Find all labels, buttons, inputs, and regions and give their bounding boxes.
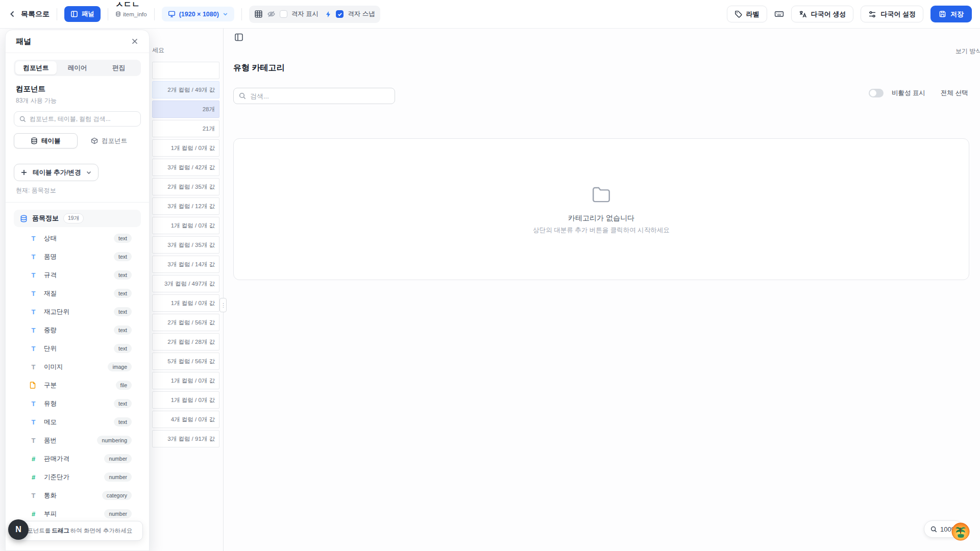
text-field-icon: T	[30, 327, 37, 334]
i18n-settings-button[interactable]: 다국어 설정	[861, 6, 923, 22]
grid-snap-label[interactable]: 격자 스냅	[348, 10, 375, 18]
table-list-row[interactable]: 3개 컬럼 / 497개 값	[152, 275, 219, 292]
panel-search-input[interactable]	[30, 115, 135, 122]
table-group-header[interactable]: 품목정보 19개	[14, 210, 141, 227]
table-list-row[interactable]: 5개 컬럼 / 56개 값	[152, 353, 219, 370]
field-name: 부피	[44, 510, 57, 518]
field-row[interactable]: #부피number	[6, 505, 149, 523]
toggle-knob	[870, 90, 876, 96]
i18n-generate-button[interactable]: 다국어 생성	[791, 6, 854, 22]
field-row[interactable]: #판매가격number	[6, 449, 149, 468]
table-list-row-meta: 1개 컬럼 / 0개 값	[171, 377, 215, 385]
category-search-input[interactable]	[250, 92, 389, 100]
field-row[interactable]: T단위text	[6, 339, 149, 358]
panel-tab-컴포넌트[interactable]: 컴포넌트	[15, 61, 57, 74]
divider	[154, 8, 155, 20]
panel-tab-레이어[interactable]: 레이어	[57, 61, 98, 74]
text-field-icon: T	[30, 437, 37, 444]
grid-icon	[254, 10, 263, 18]
table-list-row[interactable]: 21개	[152, 120, 219, 137]
current-table-label: 현재: 품목정보	[16, 186, 139, 195]
grid-show-checkbox[interactable]	[280, 10, 287, 18]
text-field-icon: T	[30, 253, 37, 261]
add-table-button[interactable]: 테이블 추가/변경	[14, 164, 99, 181]
table-list-row[interactable]: 1개 컬럼 / 0개 값	[152, 391, 219, 409]
table-list-row[interactable]: 3개 컬럼 / 12개 값	[152, 197, 219, 215]
table-list-row-meta: 5개 컬럼 / 56개 값	[167, 358, 215, 365]
table-list-row[interactable]: 1개 컬럼 / 0개 값	[152, 217, 219, 234]
field-row[interactable]: T통화category	[6, 486, 149, 505]
eye-off-icon	[267, 10, 276, 18]
inactive-toggle[interactable]	[869, 89, 884, 97]
search-icon	[19, 116, 26, 122]
table-list-row-meta: 28개	[203, 106, 215, 113]
field-row[interactable]: T중량text	[6, 321, 149, 339]
table-list-row[interactable]: 3개 컬럼 / 91개 값	[152, 430, 219, 447]
table-list-row[interactable]: 2개 컬럼 / 28개 값	[152, 333, 219, 350]
field-type-badge: text	[114, 252, 132, 261]
field-row[interactable]: T재질text	[6, 284, 149, 303]
category-search-box[interactable]	[233, 88, 395, 104]
field-type-badge: image	[108, 362, 132, 371]
magnifier-icon	[930, 526, 937, 533]
grid-settings-group: 격자 표시 격자 스냅	[249, 6, 380, 23]
inactive-toggle-label[interactable]: 비활성 표시	[892, 89, 925, 97]
pane-resize-handle[interactable]: ⋮	[219, 298, 227, 312]
table-list-row-meta: 3개 컬럼 / 14개 값	[167, 261, 215, 268]
close-icon[interactable]	[131, 37, 139, 45]
field-row[interactable]: #기준단가number	[6, 468, 149, 486]
table-list-row[interactable]: 3개 컬럼 / 14개 값	[152, 256, 219, 273]
field-row[interactable]: T품번numbering	[6, 431, 149, 449]
field-row[interactable]: T유형text	[6, 394, 149, 413]
table-name: 품목정보	[32, 214, 59, 223]
field-row[interactable]: T상태text	[6, 229, 149, 247]
field-row[interactable]: T메모text	[6, 413, 149, 431]
grid-show-label[interactable]: 격자 표시	[291, 10, 318, 18]
field-name: 통화	[44, 491, 57, 500]
table-list-row[interactable]: 3개 컬럼 / 35개 값	[152, 236, 219, 254]
number-field-icon: #	[30, 473, 37, 481]
panel-toggle-button[interactable]: 패널	[64, 6, 101, 22]
panel-tab-편집[interactable]: 편집	[98, 61, 139, 74]
field-row[interactable]: T규격text	[6, 266, 149, 284]
field-row[interactable]: T이미지image	[6, 358, 149, 376]
monitor-icon	[168, 10, 176, 18]
label-button[interactable]: 라벨	[727, 6, 767, 22]
save-button[interactable]: 저장	[930, 6, 972, 22]
n-floating-button[interactable]: N	[8, 519, 29, 540]
table-list-row[interactable]: 1개 컬럼 / 0개 값	[152, 372, 219, 389]
text-field-icon: T	[30, 271, 37, 279]
keyboard-shortcuts-button[interactable]	[774, 9, 784, 19]
table-list-row[interactable]: 1개 컬럼 / 0개 값	[152, 139, 219, 157]
field-list: T상태textT품명textT규격textT재질textT재고단위textT중량…	[6, 229, 149, 523]
field-row[interactable]: T재고단위text	[6, 303, 149, 321]
field-row[interactable]: T품명text	[6, 247, 149, 266]
sidebar-toggle-icon[interactable]	[234, 33, 243, 42]
table-list-row[interactable]: 2개 컬럼 / 35개 값	[152, 178, 219, 195]
save-icon	[939, 10, 946, 18]
category-controls: 비활성 표시 전체 선택 전체 해제	[869, 89, 980, 97]
select-all-link[interactable]: 전체 선택	[941, 89, 968, 97]
table-list-row[interactable]: 1개 컬럼 / 0개 값	[152, 294, 219, 312]
source-tab-component[interactable]: 컴포넌트	[78, 133, 141, 148]
beach-emoji-badge[interactable]	[950, 521, 971, 542]
table-list-row[interactable]: 2개 컬럼 / 56개 값	[152, 314, 219, 331]
table-list-row[interactable]: 2개 컬럼 / 49개 값	[152, 81, 219, 98]
table-list-row[interactable]: 28개	[152, 101, 219, 118]
plus-icon	[20, 169, 28, 176]
field-row[interactable]: 구분file	[6, 376, 149, 394]
field-name: 품명	[44, 253, 57, 261]
view-mode-label[interactable]: 보기 방식	[955, 47, 980, 56]
panel-search-box[interactable]	[14, 111, 141, 127]
table-list-row[interactable]: 4개 컬럼 / 0개 값	[152, 411, 219, 428]
resolution-selector[interactable]: (980 × 551)	[162, 7, 234, 21]
grid-snap-checkbox[interactable]	[336, 10, 344, 18]
table-list-row-meta: 3개 컬럼 / 91개 값	[167, 435, 215, 443]
source-tab-table[interactable]: 테이블	[14, 133, 78, 148]
table-list-row[interactable]	[152, 62, 219, 79]
back-to-list-button[interactable]: 목록으로	[8, 10, 50, 19]
table-list-row-meta: 3개 컬럼 / 497개 값	[164, 280, 215, 288]
table-list-row[interactable]: 3개 컬럼 / 42개 값	[152, 159, 219, 176]
source-tabs: 테이블 컴포넌트	[14, 133, 141, 148]
field-type-badge: text	[114, 289, 132, 298]
